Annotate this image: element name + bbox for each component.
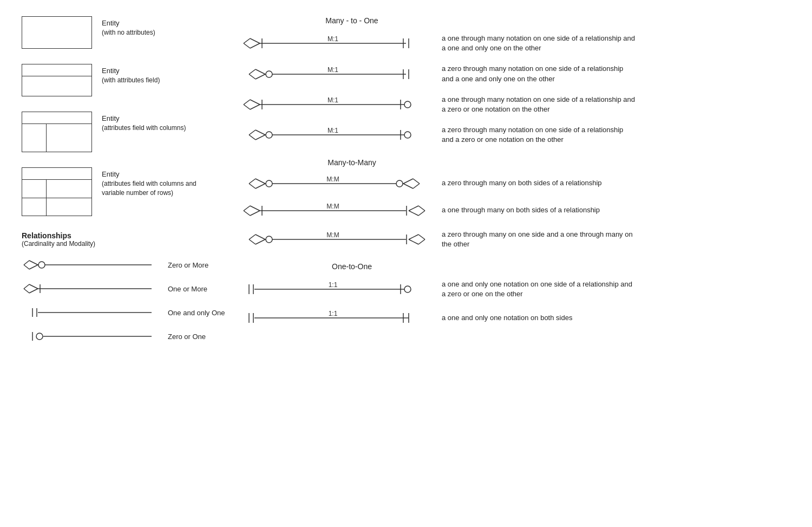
svg-line-40: [244, 105, 250, 109]
entity-plain-label: Entity (with no attributes): [102, 16, 155, 37]
svg-text:M:1: M:1: [328, 66, 338, 74]
rel-svg-m1-4: M:1: [238, 127, 433, 143]
svg-line-7: [29, 284, 38, 289]
rel-svg-m1-2: M:1: [238, 66, 433, 82]
svg-text:M:1: M:1: [328, 35, 338, 43]
rel-svg-mm-2: M:M: [238, 203, 433, 219]
svg-line-86: [409, 235, 418, 239]
rel-row-mm-2: M:M a one through many on both sides of …: [238, 203, 790, 219]
rel-svg-11-2: 1:1: [238, 310, 433, 326]
svg-line-57: [249, 179, 256, 184]
svg-line-79: [256, 235, 265, 239]
svg-point-53: [404, 132, 411, 138]
relationships-header: Relationships (Cardinality and Modality): [22, 231, 227, 248]
svg-line-81: [249, 235, 256, 239]
entity-attr-block: Entity (with attributes field): [22, 64, 227, 96]
svg-line-1: [29, 261, 38, 265]
svg-line-56: [256, 184, 265, 188]
svg-line-64: [413, 179, 420, 184]
svg-line-58: [249, 184, 256, 188]
svg-line-31: [249, 74, 256, 79]
svg-text:M:1: M:1: [328, 96, 338, 104]
svg-line-89: [418, 239, 425, 244]
svg-point-83: [266, 236, 272, 243]
svg-line-70: [244, 211, 250, 216]
svg-line-65: [413, 184, 420, 188]
svg-line-46: [256, 130, 265, 135]
svg-line-19: [250, 38, 260, 43]
entity-cols-box: [22, 112, 92, 152]
rel-svg-m1-1: M:1: [238, 35, 433, 51]
svg-line-21: [244, 38, 250, 43]
svg-line-38: [250, 105, 260, 109]
rel-row-m1-3: M:1 a one through many notation on one s…: [238, 95, 790, 114]
svg-line-68: [250, 211, 260, 216]
svg-text:M:1: M:1: [328, 127, 338, 134]
svg-line-20: [250, 43, 260, 48]
rel-row-11-1: 1:1 a one and only one notation on one s…: [238, 279, 790, 299]
entity-rows-label: Entity (attributes field with columns an…: [102, 167, 199, 198]
svg-line-87: [409, 239, 418, 244]
one-or-more-svg: [22, 281, 162, 296]
svg-line-4: [24, 265, 29, 269]
rel-row-m1-2: M:1 a zero through many notation on one …: [238, 64, 790, 83]
notation-zero-or-more: Zero or More: [22, 257, 227, 272]
svg-point-59: [266, 180, 272, 187]
zero-or-more-svg: [22, 257, 162, 272]
svg-line-76: [418, 206, 425, 211]
rel-row-11-2: 1:1 a one and only one notation on both …: [238, 310, 790, 326]
rel-row-m1-4: M:1 a zero through many notation on one …: [238, 125, 790, 145]
svg-line-88: [418, 235, 425, 239]
rel-svg-11-1: 1:1: [238, 281, 433, 297]
entity-attr-box: [22, 64, 92, 96]
svg-point-95: [404, 286, 411, 292]
many-to-one-heading: Many - to - One: [238, 16, 466, 25]
svg-line-47: [256, 135, 265, 140]
svg-point-5: [38, 262, 45, 268]
left-column: Entity (with no attributes) Entity (with…: [22, 16, 227, 353]
notation-one-or-more: One or More: [22, 281, 227, 296]
entity-cols-block: Entity (attributes field with columns): [22, 112, 227, 152]
svg-point-17: [36, 333, 43, 340]
svg-point-61: [396, 180, 403, 187]
svg-line-28: [256, 69, 265, 74]
svg-line-37: [250, 100, 260, 105]
svg-text:M:M: M:M: [326, 231, 339, 239]
svg-line-49: [249, 135, 256, 140]
entity-attr-label: Entity (with attributes field): [102, 64, 160, 85]
entity-plain-block: Entity (with no attributes): [22, 16, 227, 49]
rel-svg-mm-1: M:M: [238, 175, 433, 192]
svg-line-55: [256, 179, 265, 184]
entity-rows-box: [22, 167, 92, 216]
svg-line-39: [244, 100, 250, 105]
rel-row-m1-1: M:1 a one through many notation on one s…: [238, 34, 790, 53]
rel-row-mm-1: M:M a zero through many on both sides of…: [238, 175, 790, 192]
svg-line-74: [409, 206, 418, 211]
svg-line-3: [24, 261, 29, 265]
notation-zero-or-one: Zero or One: [22, 329, 227, 344]
entity-cols-label: Entity (attributes field with columns): [102, 112, 186, 133]
svg-text:M:M: M:M: [326, 175, 339, 183]
entity-plain-box: [22, 16, 92, 49]
svg-point-32: [266, 71, 272, 77]
right-column: Many - to - One M:1 a one through many n…: [227, 16, 790, 353]
svg-point-50: [266, 132, 272, 138]
svg-line-75: [409, 211, 418, 216]
rel-svg-m1-3: M:1: [238, 96, 433, 113]
svg-text:M:M: M:M: [326, 203, 339, 210]
many-to-many-heading: Many-to-Many: [238, 158, 466, 167]
svg-line-77: [418, 211, 425, 216]
svg-line-82: [249, 239, 256, 244]
svg-line-10: [24, 289, 29, 293]
zero-or-one-svg: [22, 329, 162, 344]
notation-one-and-only-one: One and only One: [22, 305, 227, 320]
svg-line-29: [256, 74, 265, 79]
one-and-only-one-svg: [22, 305, 162, 320]
svg-line-30: [249, 69, 256, 74]
svg-text:1:1: 1:1: [329, 310, 338, 317]
rel-row-mm-3: M:M a zero through many on one side and …: [238, 230, 790, 249]
one-to-one-heading: One-to-One: [238, 262, 466, 271]
svg-line-67: [250, 206, 260, 211]
svg-line-63: [403, 184, 413, 188]
svg-line-2: [29, 265, 38, 269]
